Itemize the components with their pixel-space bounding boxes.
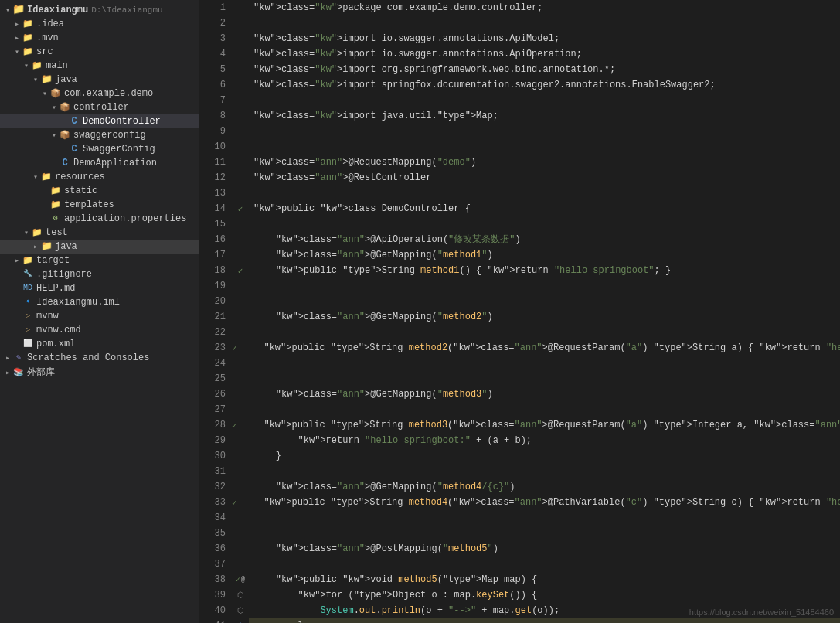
project-sidebar[interactable]: ▾ 📁 Ideaxiangmu D:\Ideaxiangmu ▸ 📁 .idea… xyxy=(0,0,199,623)
code-line[interactable]: } xyxy=(249,448,840,464)
code-line[interactable]: "kw">public "kw">class DemoController { xyxy=(249,201,840,216)
sidebar-item-target[interactable]: ▸ 📁 target xyxy=(0,254,199,267)
sidebar-item-mvn[interactable]: ▸ 📁 .mvn xyxy=(0,31,199,45)
sidebar-item-help-md[interactable]: MD HELP.md xyxy=(0,281,199,295)
code-line[interactable] xyxy=(249,526,840,541)
code-line[interactable]: "kw">class="ann">@GetMapping("method4/{c… xyxy=(249,479,840,495)
properties-icon: ⚙ xyxy=(49,213,62,225)
sidebar-item-label: target xyxy=(36,255,70,266)
line-number: 9 xyxy=(199,124,232,139)
code-line[interactable]: "kw">class="ann">@GetMapping("method2") xyxy=(249,309,840,325)
sidebar-item-scratches[interactable]: ▸ ✎ Scratches and Consoles xyxy=(0,351,199,365)
sidebar-item-java-src[interactable]: ▾ 📁 java xyxy=(0,73,199,87)
sidebar-item-iml[interactable]: 🔹 Ideaxiangmu.iml xyxy=(0,295,199,309)
package-icon: 📦 xyxy=(59,101,71,114)
line-number: 37 xyxy=(199,557,232,572)
code-line[interactable] xyxy=(249,186,840,201)
sidebar-item-gitignore[interactable]: 🔧 .gitignore xyxy=(0,267,199,281)
code-line[interactable]: "kw">return "hello springboot:" + (a + b… xyxy=(249,433,840,448)
line-number: 41 xyxy=(199,618,232,623)
sidebar-item-mvnw-cmd[interactable]: ▷ mvnw.cmd xyxy=(0,323,199,337)
code-line[interactable] xyxy=(249,356,840,371)
code-line[interactable] xyxy=(249,15,840,31)
code-line[interactable]: "kw">class="kw">import java.util."type">… xyxy=(249,108,840,124)
code-line[interactable]: "kw">class="ann">@GetMapping("method1") xyxy=(249,247,840,263)
code-line[interactable]: "kw">class="ann">@PostMapping("method5") xyxy=(249,541,840,557)
code-line[interactable] xyxy=(249,464,840,479)
sidebar-item-main[interactable]: ▾ 📁 main xyxy=(0,59,199,73)
sidebar-item-swaggerconfig-pkg[interactable]: ▾ 📦 swaggerconfig xyxy=(0,128,199,142)
sidebar-item-democontroller[interactable]: C DemoController xyxy=(0,114,199,128)
line-number: 11 xyxy=(199,155,232,170)
table-row: 38✓@ "kw">public "kw">void method5("type… xyxy=(199,572,840,587)
sidebar-item-pom-xml[interactable]: ⬜ pom.xml xyxy=(0,337,199,351)
code-line[interactable] xyxy=(249,294,840,309)
sidebar-item-label: resources xyxy=(55,172,105,182)
line-number: 17 xyxy=(199,247,232,263)
code-line[interactable]: "kw">public "type">String method1() { "k… xyxy=(249,263,840,278)
code-editor[interactable]: 1"kw">class="kw">package com.example.dem… xyxy=(199,0,840,623)
sidebar-item-swaggerconfig[interactable]: C SwaggerConfig xyxy=(0,142,199,156)
sidebar-item-java-test[interactable]: ▸ 📁 java xyxy=(0,240,199,254)
code-line[interactable] xyxy=(249,93,840,108)
code-line[interactable]: "kw">class="ann">@RestController xyxy=(249,170,840,186)
cmd-icon: ▷ xyxy=(22,324,34,336)
sidebar-item-demoapplication[interactable]: C DemoApplication xyxy=(0,156,199,170)
code-line[interactable]: "kw">class="kw">import springfox.documen… xyxy=(249,77,840,93)
sidebar-item-idea[interactable]: ▸ 📁 .idea xyxy=(0,17,199,31)
code-line[interactable] xyxy=(249,216,840,232)
table-row: 9 xyxy=(199,124,840,139)
table-row: 35 xyxy=(199,526,840,541)
code-line[interactable]: "kw">class="ann">@ApiOperation("修改某条数据") xyxy=(249,232,840,247)
table-row: 41⬡ } xyxy=(199,618,840,623)
code-line[interactable]: "kw">public "type">String method4("kw">c… xyxy=(237,495,840,510)
sidebar-item-resources[interactable]: ▾ 📁 resources xyxy=(0,170,199,184)
code-line[interactable]: "kw">public "kw">void method5("type">Map… xyxy=(249,572,840,587)
code-line[interactable] xyxy=(249,510,840,526)
arrow-icon: ▾ xyxy=(3,5,12,15)
sidebar-item-ideaxiangmu[interactable]: ▾ 📁 Ideaxiangmu D:\Ideaxiangmu xyxy=(0,3,199,17)
sidebar-item-external-libs[interactable]: ▸ 📚 外部库 xyxy=(0,365,199,380)
line-number: 22 xyxy=(199,325,232,340)
gutter-cell xyxy=(232,510,249,526)
code-line[interactable] xyxy=(249,402,840,417)
gutter-cell xyxy=(232,139,249,155)
arrow-icon: ▸ xyxy=(3,368,12,377)
sidebar-item-templates[interactable]: 📁 templates xyxy=(0,198,199,212)
code-line[interactable]: "kw">public "type">String method3("kw">c… xyxy=(237,417,840,433)
code-line[interactable]: "kw">class="ann">@GetMapping("method3") xyxy=(249,386,840,402)
sidebar-item-label: DemoController xyxy=(83,116,161,127)
code-line[interactable] xyxy=(249,371,840,386)
code-line[interactable] xyxy=(249,139,840,155)
sidebar-item-mvnw[interactable]: ▷ mvnw xyxy=(0,309,199,323)
sidebar-item-src[interactable]: ▾ 📁 src xyxy=(0,45,199,59)
code-line[interactable]: "kw">public "type">String method2("kw">c… xyxy=(237,340,840,356)
code-line[interactable]: "kw">class="kw">import org.springframewo… xyxy=(249,62,840,77)
code-line[interactable]: "kw">for ("type">Object o : map.keySet()… xyxy=(249,587,840,603)
sidebar-item-controller[interactable]: ▾ 📦 controller xyxy=(0,100,199,114)
sidebar-item-application-properties[interactable]: ⚙ application.properties xyxy=(0,212,199,226)
package-icon: 📦 xyxy=(59,129,71,141)
sidebar-item-label: java xyxy=(55,241,77,252)
code-line[interactable]: "kw">class="kw">import io.swagger.annota… xyxy=(249,31,840,46)
java-class-icon: C xyxy=(59,157,71,169)
line-number: 35 xyxy=(199,526,232,541)
sidebar-item-com-example-demo[interactable]: ▾ 📦 com.example.demo xyxy=(0,87,199,100)
line-number: 15 xyxy=(199,216,232,232)
sidebar-item-static[interactable]: 📁 static xyxy=(0,184,199,198)
table-row: 24 xyxy=(199,356,840,371)
line-number: 25 xyxy=(199,371,232,386)
code-line[interactable] xyxy=(249,124,840,139)
gutter-green-icon: ✓ xyxy=(232,343,237,353)
code-line[interactable] xyxy=(249,278,840,294)
code-line[interactable]: "kw">class="ann">@RequestMapping("demo") xyxy=(249,155,840,170)
code-line[interactable] xyxy=(249,325,840,340)
sidebar-item-test[interactable]: ▾ 📁 test xyxy=(0,226,199,240)
sidebar-item-label: HELP.md xyxy=(36,283,75,294)
line-number: 39 xyxy=(199,587,232,603)
gutter-cell xyxy=(232,448,249,464)
code-line[interactable]: "kw">class="kw">import io.swagger.annota… xyxy=(249,46,840,62)
code-line[interactable] xyxy=(249,557,840,572)
code-line[interactable]: } xyxy=(249,618,840,623)
code-line[interactable]: "kw">class="kw">package com.example.demo… xyxy=(249,0,840,15)
